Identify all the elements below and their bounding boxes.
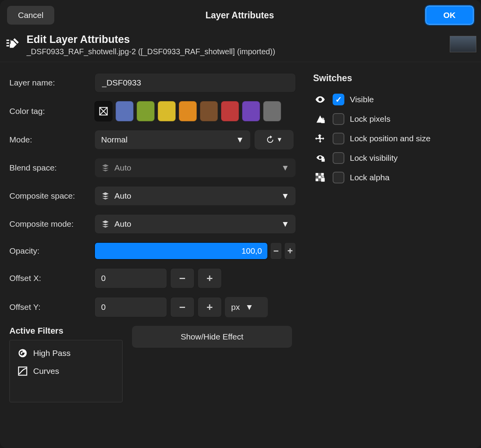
color-tag-swatch-7[interactable] [263, 101, 281, 121]
svg-rect-12 [318, 176, 321, 178]
layers-icon [101, 164, 110, 172]
lock_visibility-icon [313, 153, 327, 164]
lock_position-label: Lock position and size [350, 134, 431, 143]
color-tag-swatch-2[interactable] [158, 101, 176, 121]
svg-rect-6 [209, 304, 210, 310]
offset-x-input[interactable] [94, 268, 167, 288]
lock_pixels-label: Lock pixels [350, 114, 390, 124]
layers-icon [101, 192, 110, 200]
offset-x-increment[interactable] [198, 268, 222, 288]
color-tag-swatch-0[interactable] [116, 101, 134, 121]
offset-y-increment[interactable] [198, 297, 222, 317]
layer-name-label: Layer name: [9, 78, 94, 87]
blend-space-select: Auto ▼ [94, 158, 296, 178]
titlebar: Cancel Layer Attributes OK [0, 0, 481, 30]
lock_alpha-checkbox[interactable] [333, 172, 344, 183]
filter-item[interactable]: High Pass [15, 344, 117, 362]
composite-mode-label: Composite mode: [9, 219, 94, 229]
svg-rect-11 [315, 173, 318, 176]
chevron-down-icon: ▼ [245, 302, 253, 312]
blend-space-label: Blend space: [9, 163, 94, 172]
lock_visibility-checkbox[interactable] [333, 152, 344, 164]
color-tag-swatch-6[interactable] [242, 101, 260, 121]
offset-y-decrement[interactable] [170, 297, 194, 317]
mode-select[interactable]: Normal ▼ [94, 130, 251, 149]
opacity-increment[interactable]: + [284, 242, 296, 260]
layer-name-input[interactable] [94, 73, 296, 92]
opacity-value: 100,0 [241, 246, 262, 256]
mode-reset-button[interactable]: ▼ [255, 130, 294, 149]
chevron-down-icon: ▼ [276, 136, 283, 143]
svg-rect-9 [321, 120, 324, 123]
svg-rect-1 [180, 278, 185, 279]
filter-item[interactable]: Curves [15, 362, 117, 380]
composite-mode-select[interactable]: Auto ▼ [94, 214, 296, 234]
active-filters-label: Active Filters [9, 326, 123, 336]
svg-rect-16 [315, 176, 318, 178]
lock_alpha-label: Lock alpha [350, 173, 390, 182]
svg-rect-3 [209, 276, 210, 281]
cancel-button[interactable]: Cancel [7, 6, 54, 25]
switches-label: Switches [313, 73, 472, 84]
lock_alpha-icon [313, 172, 327, 183]
chevron-down-icon: ▼ [236, 135, 244, 144]
layers-icon [101, 220, 110, 228]
opacity-slider[interactable]: 100,0 [94, 242, 268, 260]
color-tag-group [94, 101, 281, 121]
lock_position-checkbox[interactable] [333, 133, 344, 144]
composite-mode-value: Auto [114, 219, 131, 229]
layer-attributes-dialog: Cancel Layer Attributes OK Edit Layer At… [0, 0, 481, 448]
composite-space-select[interactable]: Auto ▼ [94, 186, 296, 206]
mode-value: Normal [101, 135, 128, 144]
mode-label: Mode: [9, 135, 94, 144]
lock_pixels-checkbox[interactable] [333, 113, 344, 125]
switch-row-lock_alpha: Lock alpha [313, 168, 472, 187]
switch-row-lock_pixels: Lock pixels [313, 109, 472, 129]
opacity-label: Opacity: [9, 246, 94, 256]
composite-space-value: Auto [114, 191, 131, 201]
svg-rect-18 [318, 178, 321, 181]
offset-x-decrement[interactable] [170, 268, 194, 288]
color-tag-none[interactable] [94, 101, 112, 121]
show-hide-effect-button[interactable]: Show/Hide Effect [132, 326, 292, 348]
offset-y-input[interactable] [94, 297, 167, 317]
chevron-down-icon: ▼ [281, 163, 289, 172]
composite-space-label: Composite space: [9, 191, 94, 201]
color-tag-swatch-4[interactable] [200, 101, 218, 121]
blend-space-value: Auto [114, 163, 131, 172]
chevron-down-icon: ▼ [281, 191, 289, 201]
lock_pixels-icon [313, 114, 327, 124]
offset-x-label: Offset X: [9, 274, 94, 283]
svg-rect-15 [318, 173, 321, 176]
svg-rect-10 [322, 158, 325, 162]
ok-button[interactable]: OK [425, 5, 474, 25]
curves-icon [17, 365, 29, 377]
lock_visibility-label: Lock visibility [350, 153, 398, 163]
lock_position-icon [313, 133, 327, 144]
switches-group: VisibleLock pixelsLock position and size… [313, 90, 472, 187]
visible-icon [313, 94, 327, 105]
visible-checkbox[interactable] [333, 94, 344, 105]
filters-list[interactable]: High PassCurves [9, 340, 123, 402]
svg-rect-19 [321, 178, 324, 181]
color-tag-swatch-3[interactable] [179, 101, 197, 121]
g-icon [17, 347, 29, 359]
color-tag-swatch-1[interactable] [137, 101, 155, 121]
offset-unit-select[interactable]: px ▼ [225, 297, 268, 317]
opacity-decrement[interactable]: − [270, 242, 282, 260]
header-title: Edit Layer Attributes [27, 34, 275, 46]
switch-row-lock_position: Lock position and size [313, 129, 472, 148]
layer-thumbnail [450, 36, 476, 52]
edit-layer-icon [5, 35, 22, 52]
header-subtitle: _DSF0933_RAF_shotwell.jpg-2 ([_DSF0933_R… [27, 47, 275, 56]
color-tag-label: Color tag: [9, 107, 94, 116]
color-tag-swatch-5[interactable] [221, 101, 239, 121]
dialog-title: Layer Attributes [205, 10, 274, 21]
switch-row-lock_visibility: Lock visibility [313, 148, 472, 168]
switch-row-visible: Visible [313, 90, 472, 109]
filter-item-label: Curves [33, 366, 59, 376]
filter-item-label: High Pass [33, 348, 71, 358]
svg-rect-14 [321, 173, 324, 176]
offset-y-label: Offset Y: [9, 302, 94, 312]
svg-rect-4 [180, 307, 185, 308]
